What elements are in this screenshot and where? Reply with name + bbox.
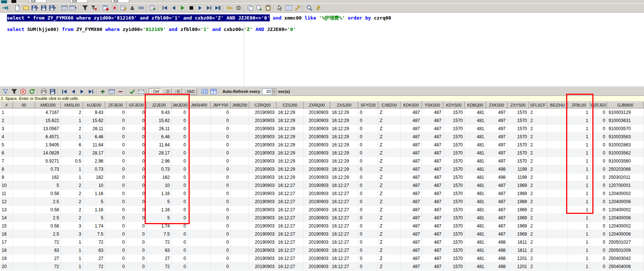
combo-fragment[interactable]: sut [111, 0, 129, 3]
cell-sflscf[interactable]: 2 [529, 198, 547, 206]
column-header-zxsj[interactable]: ZXSJ00 [330, 102, 358, 108]
cell-jmje[interactable]: 0 [172, 198, 188, 206]
cell-zxrq[interactable]: 20190903 [304, 238, 330, 246]
cell-kdys[interactable]: 1570 [443, 214, 465, 222]
cell-xmsl[interactable]: 3 [61, 222, 83, 230]
cell-jzje[interactable]: 15.62 [147, 117, 172, 125]
cell-ysks[interactable]: 487 [422, 181, 443, 190]
cell-zxsj[interactable]: 16:12:27 [330, 230, 358, 238]
cell-zxrq[interactable]: 20190903 [304, 117, 330, 125]
cell-kdks[interactable]: 487 [400, 141, 422, 149]
cell-gfje[interactable]: 0 [127, 198, 147, 206]
cell-num[interactable]: 15 [0, 222, 13, 230]
auto-refresh-input[interactable] [262, 88, 272, 95]
cell-xmsl[interactable]: 2 [61, 125, 83, 133]
cell-zxys[interactable]: 1969 [507, 190, 529, 198]
record-button[interactable] [110, 4, 118, 12]
select-button[interactable] [276, 4, 284, 12]
cell-sfydj[interactable]: 0 [358, 173, 378, 181]
cell-czrq[interactable]: 20190903 [249, 173, 276, 181]
cell-beizhu[interactable] [547, 141, 568, 149]
cell-hjje[interactable]: 15.62 [83, 117, 105, 125]
cell-gfje[interactable]: 0 [127, 238, 147, 246]
cell-qzfje[interactable]: 0 [590, 214, 607, 222]
cell-zxks[interactable]: 498 [486, 165, 507, 173]
cell-czrq[interactable]: 20190903 [249, 125, 276, 133]
cell-beizhu[interactable] [547, 108, 568, 117]
cell-qzfje[interactable]: 0 [590, 230, 607, 238]
cell-jzje[interactable]: 162 [147, 173, 172, 181]
column-header-cxbz[interactable]: CXBZ00 [378, 102, 400, 108]
cell-zxsj[interactable]: 16:12:27 [330, 246, 358, 254]
cell-xmsl[interactable]: 3 [61, 230, 83, 238]
cell-jmbz[interactable] [231, 181, 249, 190]
cell-zxsj[interactable]: 16:12:27 [330, 222, 358, 230]
cell-czrq[interactable]: 20190903 [249, 190, 276, 198]
cell-czsj[interactable]: 16:12:27 [276, 206, 304, 214]
cell-xmmc[interactable] [13, 157, 35, 165]
cell-jmbz[interactable] [231, 222, 249, 230]
cell-zxys[interactable]: 1969 [507, 181, 529, 190]
cell-gjbm[interactable]: 250404006 [607, 263, 644, 271]
cell-zfbl[interactable]: 1 [568, 190, 590, 198]
cell-gfje[interactable]: 0 [127, 206, 147, 214]
cell-czrq[interactable]: 20190903 [249, 246, 276, 254]
cell-zxks[interactable]: 498 [486, 173, 507, 181]
cell-zxys[interactable]: 1969 [507, 230, 529, 238]
cell-hjje[interactable]: 9.43 [83, 108, 105, 117]
cell-num[interactable]: 18 [0, 246, 13, 254]
cell-kdks[interactable]: 487 [400, 181, 422, 190]
cell-jmshr[interactable] [188, 125, 211, 133]
cell-jzje[interactable]: 11.64 [147, 141, 172, 149]
cell-gfje[interactable]: 0 [127, 149, 147, 157]
cell-qzfje[interactable]: 0 [590, 149, 607, 157]
cell-beizhu[interactable] [547, 117, 568, 125]
cell-ysks[interactable]: 487 [422, 222, 443, 230]
cell-zxys[interactable]: 1611 [507, 246, 529, 254]
cell-cxbz[interactable]: Z [378, 141, 400, 149]
cell-xmsl[interactable]: 1 [61, 165, 83, 173]
cell-gjbm[interactable]: 910003560 [607, 157, 644, 165]
cell-sflscf[interactable]: 2 [529, 125, 547, 133]
cell-zxks[interactable]: 487 [486, 222, 507, 230]
export-data-button[interactable] [149, 4, 157, 12]
cell-zxks[interactable]: 487 [486, 181, 507, 190]
cell-jmyy[interactable]: 0 [211, 198, 231, 206]
cell-sflscf[interactable]: 2 [529, 238, 547, 246]
cell-cxbz[interactable]: Z [378, 133, 400, 141]
prior-record-button[interactable] [169, 4, 178, 12]
cell-cxbz[interactable]: Z [378, 238, 400, 246]
form-view-button[interactable] [209, 88, 217, 95]
cell-zxys[interactable]: 1199 [507, 173, 529, 181]
column-header-sfydj[interactable]: SFYDJ0 [358, 102, 378, 108]
cell-num[interactable]: 1 [0, 108, 13, 117]
column-header-ysks[interactable]: YSKS00 [422, 102, 443, 108]
cell-jmje[interactable]: 0 [172, 222, 188, 230]
cell-num[interactable]: 9 [0, 173, 13, 181]
cell-cxbz[interactable]: Z [378, 230, 400, 238]
column-header-jmbz[interactable]: JMBZ00 [231, 102, 249, 108]
cell-beizhu[interactable] [547, 173, 568, 181]
cell-sfydj[interactable]: 0 [358, 238, 378, 246]
cell-beizhu[interactable] [547, 214, 568, 222]
column-header-kdys[interactable]: KDYS00 [443, 102, 465, 108]
cell-gfje[interactable]: 0 [127, 165, 147, 173]
grid-prior-button[interactable] [69, 88, 77, 95]
cell-czsj[interactable]: 16:12:27 [276, 254, 304, 263]
new-query-button[interactable] [13, 4, 21, 12]
cell-jmshr[interactable] [188, 149, 211, 157]
cell-ysks[interactable]: 487 [422, 117, 443, 125]
cell-czrq[interactable]: 20190903 [249, 198, 276, 206]
cell-xmdj[interactable]: 0.73 [35, 165, 61, 173]
cell-xmdj[interactable]: 0.58 [35, 206, 61, 214]
cell-xmmc[interactable] [13, 125, 35, 133]
cell-gfje[interactable]: 0 [127, 190, 147, 198]
grid-post-button[interactable] [128, 88, 136, 95]
cell-jmje[interactable]: 0 [172, 214, 188, 222]
cell-zxrq[interactable]: 20190903 [304, 125, 330, 133]
cell-ysks[interactable]: 487 [422, 133, 443, 141]
cell-kdbq[interactable]: 481 [465, 198, 486, 206]
cell-sflscf[interactable]: 2 [529, 246, 547, 254]
cell-xmdj[interactable]: 5 [35, 181, 61, 190]
cell-xmsl[interactable]: 2 [61, 214, 83, 222]
